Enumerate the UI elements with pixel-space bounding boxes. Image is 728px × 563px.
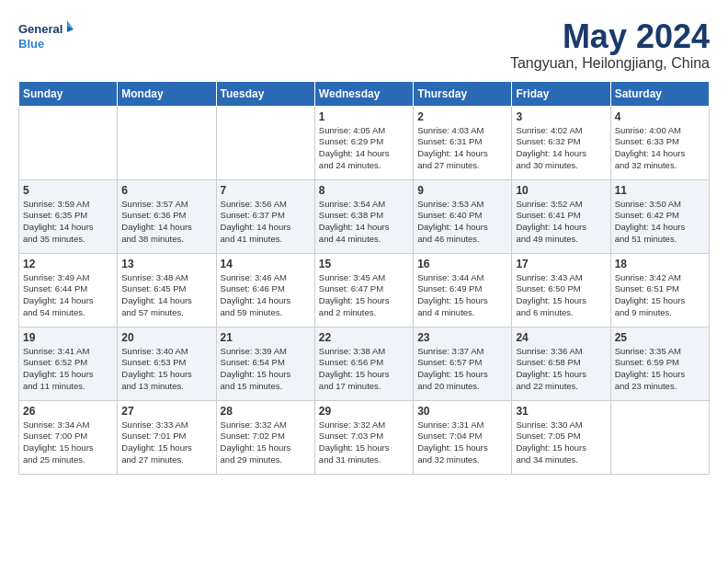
day-cell: [216, 106, 314, 179]
day-info: Sunrise: 3:39 AM Sunset: 6:54 PM Dayligh…: [221, 346, 311, 393]
day-info: Sunrise: 3:40 AM Sunset: 6:53 PM Dayligh…: [121, 346, 211, 393]
day-cell: 25Sunrise: 3:35 AM Sunset: 6:59 PM Dayli…: [610, 327, 709, 400]
day-cell: 7Sunrise: 3:56 AM Sunset: 6:37 PM Daylig…: [216, 179, 314, 253]
svg-text:Blue: Blue: [18, 37, 44, 51]
day-number: 26: [23, 405, 113, 418]
day-cell: 26Sunrise: 3:34 AM Sunset: 7:00 PM Dayli…: [19, 400, 118, 474]
day-cell: [610, 400, 709, 474]
logo: General Blue: [18, 18, 74, 57]
day-info: Sunrise: 3:48 AM Sunset: 6:45 PM Dayligh…: [121, 272, 211, 319]
day-info: Sunrise: 3:32 AM Sunset: 7:03 PM Dayligh…: [319, 419, 409, 466]
day-info: Sunrise: 3:41 AM Sunset: 6:52 PM Dayligh…: [23, 346, 113, 393]
day-info: Sunrise: 3:31 AM Sunset: 7:04 PM Dayligh…: [417, 419, 507, 466]
day-info: Sunrise: 3:46 AM Sunset: 6:46 PM Dayligh…: [221, 272, 311, 319]
day-number: 19: [23, 331, 113, 344]
header-cell-wednesday: Wednesday: [314, 81, 413, 106]
day-info: Sunrise: 3:36 AM Sunset: 6:58 PM Dayligh…: [516, 346, 606, 393]
calendar-subtitle: Tangyuan, Heilongjiang, China: [510, 55, 710, 72]
day-cell: 14Sunrise: 3:46 AM Sunset: 6:46 PM Dayli…: [216, 253, 314, 327]
day-cell: 12Sunrise: 3:49 AM Sunset: 6:44 PM Dayli…: [19, 253, 118, 327]
day-number: 28: [221, 405, 311, 418]
day-number: 31: [516, 405, 606, 418]
day-number: 4: [615, 110, 705, 123]
day-number: 14: [221, 258, 311, 270]
day-cell: 22Sunrise: 3:38 AM Sunset: 6:56 PM Dayli…: [314, 327, 413, 400]
day-cell: 1Sunrise: 4:05 AM Sunset: 6:29 PM Daylig…: [314, 106, 413, 179]
calendar-header-row: SundayMondayTuesdayWednesdayThursdayFrid…: [19, 81, 710, 106]
week-row-1: 1Sunrise: 4:05 AM Sunset: 6:29 PM Daylig…: [19, 106, 710, 179]
day-info: Sunrise: 3:35 AM Sunset: 6:59 PM Dayligh…: [615, 346, 705, 393]
day-info: Sunrise: 4:02 AM Sunset: 6:32 PM Dayligh…: [516, 125, 606, 172]
day-info: Sunrise: 3:52 AM Sunset: 6:41 PM Dayligh…: [516, 199, 606, 246]
day-info: Sunrise: 3:44 AM Sunset: 6:49 PM Dayligh…: [417, 272, 507, 319]
day-info: Sunrise: 3:49 AM Sunset: 6:44 PM Dayligh…: [23, 272, 113, 319]
day-number: 5: [23, 184, 113, 197]
day-info: Sunrise: 3:30 AM Sunset: 7:05 PM Dayligh…: [516, 419, 606, 466]
day-number: 24: [516, 331, 606, 344]
day-info: Sunrise: 3:59 AM Sunset: 6:35 PM Dayligh…: [23, 199, 113, 246]
day-cell: 11Sunrise: 3:50 AM Sunset: 6:42 PM Dayli…: [610, 179, 709, 253]
day-cell: 10Sunrise: 3:52 AM Sunset: 6:41 PM Dayli…: [512, 179, 610, 253]
svg-text:General: General: [18, 22, 63, 36]
day-number: 16: [417, 258, 507, 270]
header-cell-tuesday: Tuesday: [216, 81, 314, 106]
day-number: 1: [319, 110, 409, 123]
day-number: 30: [417, 405, 507, 418]
day-number: 6: [121, 184, 211, 197]
day-cell: 27Sunrise: 3:33 AM Sunset: 7:01 PM Dayli…: [118, 400, 216, 474]
day-number: 29: [319, 405, 409, 418]
day-cell: 16Sunrise: 3:44 AM Sunset: 6:49 PM Dayli…: [414, 253, 512, 327]
day-info: Sunrise: 4:05 AM Sunset: 6:29 PM Dayligh…: [319, 125, 409, 172]
day-info: Sunrise: 3:34 AM Sunset: 7:00 PM Dayligh…: [23, 419, 113, 466]
day-cell: 2Sunrise: 4:03 AM Sunset: 6:31 PM Daylig…: [414, 106, 512, 179]
week-row-5: 26Sunrise: 3:34 AM Sunset: 7:00 PM Dayli…: [19, 400, 710, 474]
day-cell: 6Sunrise: 3:57 AM Sunset: 6:36 PM Daylig…: [118, 179, 216, 253]
day-number: 11: [615, 184, 705, 197]
day-info: Sunrise: 3:42 AM Sunset: 6:51 PM Dayligh…: [615, 272, 705, 319]
week-row-4: 19Sunrise: 3:41 AM Sunset: 6:52 PM Dayli…: [19, 327, 710, 400]
day-cell: 21Sunrise: 3:39 AM Sunset: 6:54 PM Dayli…: [216, 327, 314, 400]
day-cell: 24Sunrise: 3:36 AM Sunset: 6:58 PM Dayli…: [512, 327, 610, 400]
day-number: 3: [516, 110, 606, 123]
page-header: General Blue May 2024 Tangyuan, Heilongj…: [18, 18, 710, 72]
day-cell: [19, 106, 118, 179]
logo-svg: General Blue: [18, 18, 74, 57]
day-info: Sunrise: 3:32 AM Sunset: 7:02 PM Dayligh…: [221, 419, 311, 466]
day-number: 22: [319, 331, 409, 344]
day-cell: 18Sunrise: 3:42 AM Sunset: 6:51 PM Dayli…: [610, 253, 709, 327]
day-info: Sunrise: 3:50 AM Sunset: 6:42 PM Dayligh…: [615, 199, 705, 246]
day-number: 10: [516, 184, 606, 197]
day-number: 8: [319, 184, 409, 197]
week-row-2: 5Sunrise: 3:59 AM Sunset: 6:35 PM Daylig…: [19, 179, 710, 253]
title-block: May 2024 Tangyuan, Heilongjiang, China: [510, 18, 710, 72]
day-cell: 13Sunrise: 3:48 AM Sunset: 6:45 PM Dayli…: [118, 253, 216, 327]
header-cell-friday: Friday: [512, 81, 610, 106]
day-cell: 23Sunrise: 3:37 AM Sunset: 6:57 PM Dayli…: [414, 327, 512, 400]
day-cell: 8Sunrise: 3:54 AM Sunset: 6:38 PM Daylig…: [314, 179, 413, 253]
day-number: 23: [417, 331, 507, 344]
day-info: Sunrise: 3:33 AM Sunset: 7:01 PM Dayligh…: [121, 419, 211, 466]
day-number: 25: [615, 331, 705, 344]
day-cell: 28Sunrise: 3:32 AM Sunset: 7:02 PM Dayli…: [216, 400, 314, 474]
day-cell: 9Sunrise: 3:53 AM Sunset: 6:40 PM Daylig…: [414, 179, 512, 253]
day-cell: 19Sunrise: 3:41 AM Sunset: 6:52 PM Dayli…: [19, 327, 118, 400]
day-number: 27: [121, 405, 211, 418]
calendar-body: 1Sunrise: 4:05 AM Sunset: 6:29 PM Daylig…: [19, 106, 710, 474]
day-number: 20: [121, 331, 211, 344]
day-cell: 31Sunrise: 3:30 AM Sunset: 7:05 PM Dayli…: [512, 400, 610, 474]
day-cell: 4Sunrise: 4:00 AM Sunset: 6:33 PM Daylig…: [610, 106, 709, 179]
day-cell: 30Sunrise: 3:31 AM Sunset: 7:04 PM Dayli…: [414, 400, 512, 474]
day-info: Sunrise: 3:43 AM Sunset: 6:50 PM Dayligh…: [516, 272, 606, 319]
day-number: 7: [221, 184, 311, 197]
day-info: Sunrise: 3:37 AM Sunset: 6:57 PM Dayligh…: [417, 346, 507, 393]
day-info: Sunrise: 3:56 AM Sunset: 6:37 PM Dayligh…: [221, 199, 311, 246]
day-number: 12: [23, 258, 113, 270]
day-info: Sunrise: 3:53 AM Sunset: 6:40 PM Dayligh…: [417, 199, 507, 246]
day-number: 21: [221, 331, 311, 344]
day-cell: 5Sunrise: 3:59 AM Sunset: 6:35 PM Daylig…: [19, 179, 118, 253]
day-cell: 15Sunrise: 3:45 AM Sunset: 6:47 PM Dayli…: [314, 253, 413, 327]
header-cell-sunday: Sunday: [19, 81, 118, 106]
calendar-table: SundayMondayTuesdayWednesdayThursdayFrid…: [18, 81, 710, 475]
day-number: 15: [319, 258, 409, 270]
day-number: 17: [516, 258, 606, 270]
